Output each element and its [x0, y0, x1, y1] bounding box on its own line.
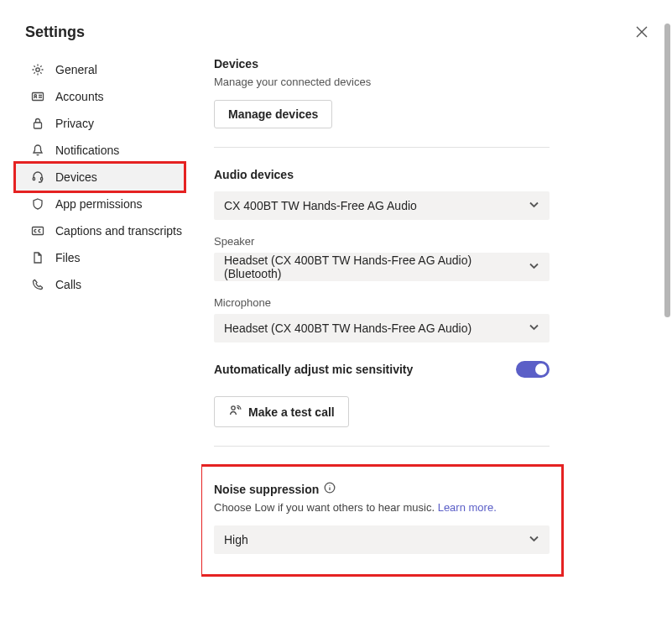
- svg-point-7: [232, 406, 235, 410]
- headset-icon: [30, 170, 45, 185]
- id-card-icon: [30, 89, 45, 104]
- noise-heading-text: Noise suppression: [214, 483, 319, 496]
- auto-mic-label: Automatically adjust mic sensitivity: [214, 363, 413, 376]
- nav-label: Files: [55, 251, 81, 264]
- devices-heading: Devices: [214, 57, 550, 71]
- select-value: Headset (CX 400BT TW Hands-Free AG Audio…: [224, 254, 529, 280]
- speaker-label: Speaker: [214, 235, 550, 248]
- nav-label: Privacy: [55, 117, 94, 130]
- audio-device-select[interactable]: CX 400BT TW Hands-Free AG Audio: [214, 191, 550, 220]
- chevron-down-icon: [529, 321, 539, 335]
- section-audio: Audio devices CX 400BT TW Hands-Free AG …: [214, 168, 550, 447]
- auto-mic-toggle[interactable]: [516, 361, 550, 378]
- bell-icon: [30, 143, 45, 158]
- sidebar-item-permissions[interactable]: App permissions: [25, 191, 201, 217]
- cc-icon: [30, 223, 45, 238]
- noise-description: Choose Low if you want others to hear mu…: [214, 501, 435, 514]
- svg-rect-1: [33, 93, 44, 101]
- select-value: High: [224, 533, 248, 546]
- scrollbar[interactable]: [664, 24, 670, 317]
- sidebar-item-calls[interactable]: Calls: [25, 271, 201, 298]
- learn-more-link[interactable]: Learn more.: [438, 501, 497, 514]
- svg-rect-5: [41, 178, 43, 180]
- sidebar-item-files[interactable]: Files: [25, 244, 201, 271]
- select-value: CX 400BT TW Hands-Free AG Audio: [224, 199, 417, 212]
- nav-label: Calls: [55, 278, 81, 291]
- sidebar-item-general[interactable]: General: [25, 56, 201, 83]
- svg-point-0: [36, 68, 39, 71]
- info-icon[interactable]: [324, 482, 336, 496]
- gear-icon: [30, 62, 45, 77]
- nav-label: General: [55, 63, 97, 76]
- nav-label: Notifications: [55, 144, 119, 157]
- main-content: Devices Manage your connected devices Ma…: [201, 24, 672, 622]
- noise-description-row: Choose Low if you want others to hear mu…: [214, 501, 550, 514]
- sidebar-item-notifications[interactable]: Notifications: [25, 137, 201, 164]
- select-value: Headset (CX 400BT TW Hands-Free AG Audio…: [224, 321, 471, 335]
- file-icon: [30, 250, 45, 265]
- manage-devices-button[interactable]: Manage devices: [214, 100, 332, 128]
- nav-label: Accounts: [55, 90, 104, 103]
- speaker-select[interactable]: Headset (CX 400BT TW Hands-Free AG Audio…: [214, 253, 550, 281]
- person-call-icon: [228, 404, 242, 420]
- lock-icon: [30, 116, 45, 131]
- settings-title: Settings: [25, 24, 201, 41]
- nav-list: General Accounts Privacy Notifications: [25, 56, 201, 298]
- sidebar-item-accounts[interactable]: Accounts: [25, 83, 201, 110]
- noise-suppression-select[interactable]: High: [214, 525, 550, 554]
- close-button[interactable]: [635, 25, 649, 41]
- microphone-select[interactable]: Headset (CX 400BT TW Hands-Free AG Audio…: [214, 314, 550, 342]
- auto-mic-row: Automatically adjust mic sensitivity: [214, 361, 550, 378]
- microphone-label: Microphone: [214, 296, 550, 309]
- svg-rect-4: [33, 178, 34, 180]
- svg-rect-3: [34, 123, 42, 128]
- noise-heading: Noise suppression: [214, 482, 550, 496]
- nav-label: Devices: [55, 170, 97, 184]
- chevron-down-icon: [529, 260, 539, 274]
- chevron-down-icon: [529, 533, 539, 546]
- shield-icon: [30, 196, 45, 212]
- test-call-button[interactable]: Make a test call: [214, 396, 349, 427]
- button-label: Manage devices: [228, 107, 318, 121]
- sidebar: Settings General Accounts Privacy: [25, 24, 201, 622]
- devices-sub: Manage your connected devices: [214, 76, 550, 88]
- sidebar-item-captions[interactable]: Captions and transcripts: [25, 217, 201, 244]
- nav-label: App permissions: [55, 197, 143, 211]
- button-label: Make a test call: [248, 405, 335, 419]
- sidebar-item-devices[interactable]: Devices: [16, 164, 184, 191]
- nav-label: Captions and transcripts: [55, 224, 182, 238]
- audio-heading: Audio devices: [214, 168, 550, 181]
- phone-icon: [30, 277, 45, 292]
- section-noise-suppression: Noise suppression Choose Low if you want…: [202, 467, 561, 574]
- sidebar-item-privacy[interactable]: Privacy: [25, 110, 201, 137]
- section-devices: Devices Manage your connected devices Ma…: [214, 57, 550, 148]
- chevron-down-icon: [529, 199, 539, 212]
